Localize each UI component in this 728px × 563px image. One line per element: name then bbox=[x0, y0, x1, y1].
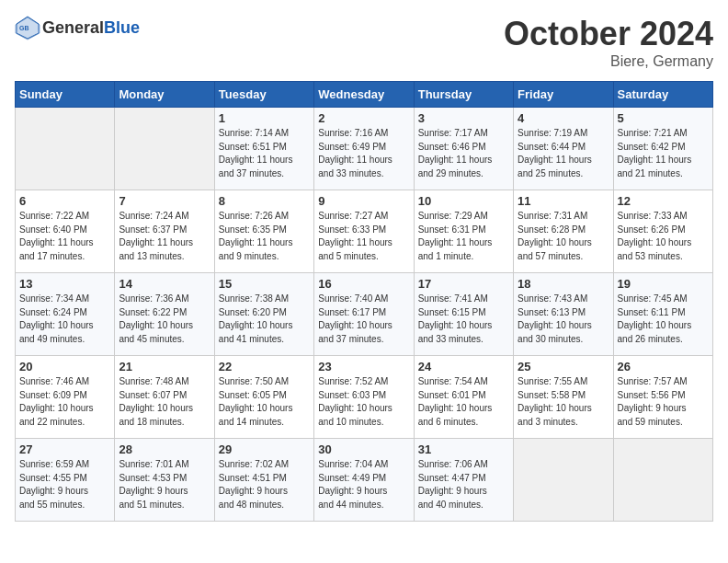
day-number: 31 bbox=[418, 442, 509, 456]
day-info: Sunrise: 7:24 AM Sunset: 6:37 PM Dayligh… bbox=[119, 210, 210, 263]
day-number: 7 bbox=[119, 194, 210, 208]
week-row-2: 13Sunrise: 7:34 AM Sunset: 6:24 PM Dayli… bbox=[16, 273, 713, 356]
header-day-sunday: Sunday bbox=[16, 82, 115, 108]
day-info: Sunrise: 7:54 AM Sunset: 6:01 PM Dayligh… bbox=[418, 375, 509, 429]
day-info: Sunrise: 7:27 AM Sunset: 6:33 PM Dayligh… bbox=[318, 210, 409, 263]
day-number: 14 bbox=[119, 277, 210, 291]
day-info: Sunrise: 7:22 AM Sunset: 6:40 PM Dayligh… bbox=[19, 210, 110, 263]
calendar-cell: 8Sunrise: 7:26 AM Sunset: 6:35 PM Daylig… bbox=[214, 190, 313, 273]
day-info: Sunrise: 7:16 AM Sunset: 6:49 PM Dayligh… bbox=[318, 127, 409, 180]
calendar-cell: 26Sunrise: 7:57 AM Sunset: 5:56 PM Dayli… bbox=[613, 356, 712, 439]
header-row: SundayMondayTuesdayWednesdayThursdayFrid… bbox=[16, 82, 713, 108]
calendar-cell: 27Sunrise: 6:59 AM Sunset: 4:55 PM Dayli… bbox=[16, 439, 115, 522]
header: GB GeneralBlue October 2024 Biere, Germa… bbox=[15, 15, 713, 70]
day-number: 29 bbox=[219, 442, 310, 456]
day-number: 11 bbox=[518, 194, 609, 208]
day-info: Sunrise: 7:38 AM Sunset: 6:20 PM Dayligh… bbox=[219, 293, 310, 346]
week-row-0: 1Sunrise: 7:14 AM Sunset: 6:51 PM Daylig… bbox=[16, 108, 713, 190]
day-info: Sunrise: 7:33 AM Sunset: 6:26 PM Dayligh… bbox=[618, 210, 709, 263]
header-day-friday: Friday bbox=[514, 82, 613, 108]
header-day-wednesday: Wednesday bbox=[314, 82, 414, 108]
logo-icon: GB bbox=[15, 15, 40, 40]
day-number: 26 bbox=[618, 360, 709, 373]
day-number: 13 bbox=[19, 277, 110, 291]
day-info: Sunrise: 7:26 AM Sunset: 6:35 PM Dayligh… bbox=[219, 210, 310, 263]
day-number: 10 bbox=[418, 194, 509, 208]
calendar-cell bbox=[613, 439, 712, 522]
calendar-cell: 17Sunrise: 7:41 AM Sunset: 6:15 PM Dayli… bbox=[414, 273, 513, 356]
week-row-4: 27Sunrise: 6:59 AM Sunset: 4:55 PM Dayli… bbox=[16, 439, 713, 522]
calendar-cell: 22Sunrise: 7:50 AM Sunset: 6:05 PM Dayli… bbox=[214, 356, 313, 439]
day-info: Sunrise: 6:59 AM Sunset: 4:55 PM Dayligh… bbox=[19, 458, 110, 511]
calendar-cell: 5Sunrise: 7:21 AM Sunset: 6:42 PM Daylig… bbox=[613, 108, 712, 190]
day-info: Sunrise: 7:29 AM Sunset: 6:31 PM Dayligh… bbox=[418, 210, 509, 263]
day-number: 8 bbox=[219, 194, 310, 208]
calendar-cell: 14Sunrise: 7:36 AM Sunset: 6:22 PM Dayli… bbox=[115, 273, 214, 356]
day-number: 12 bbox=[618, 194, 709, 208]
calendar-cell bbox=[514, 439, 613, 522]
calendar-cell: 13Sunrise: 7:34 AM Sunset: 6:24 PM Dayli… bbox=[16, 273, 115, 356]
day-info: Sunrise: 7:43 AM Sunset: 6:13 PM Dayligh… bbox=[518, 293, 609, 346]
day-number: 9 bbox=[318, 194, 409, 208]
day-number: 28 bbox=[119, 442, 210, 456]
day-number: 24 bbox=[418, 360, 509, 373]
calendar-cell: 28Sunrise: 7:01 AM Sunset: 4:53 PM Dayli… bbox=[115, 439, 214, 522]
calendar-cell: 7Sunrise: 7:24 AM Sunset: 6:37 PM Daylig… bbox=[115, 190, 214, 273]
day-number: 30 bbox=[318, 442, 409, 456]
logo: GB GeneralBlue bbox=[15, 15, 140, 40]
day-number: 20 bbox=[19, 360, 110, 373]
week-row-3: 20Sunrise: 7:46 AM Sunset: 6:09 PM Dayli… bbox=[16, 356, 713, 439]
day-info: Sunrise: 7:46 AM Sunset: 6:09 PM Dayligh… bbox=[19, 375, 110, 429]
day-info: Sunrise: 7:36 AM Sunset: 6:22 PM Dayligh… bbox=[119, 293, 210, 346]
calendar-cell: 25Sunrise: 7:55 AM Sunset: 5:58 PM Dayli… bbox=[514, 356, 613, 439]
day-number: 15 bbox=[219, 277, 310, 291]
header-day-thursday: Thursday bbox=[414, 82, 513, 108]
header-day-saturday: Saturday bbox=[613, 82, 712, 108]
calendar-cell: 11Sunrise: 7:31 AM Sunset: 6:28 PM Dayli… bbox=[514, 190, 613, 273]
calendar-cell: 23Sunrise: 7:52 AM Sunset: 6:03 PM Dayli… bbox=[314, 356, 414, 439]
calendar-cell: 1Sunrise: 7:14 AM Sunset: 6:51 PM Daylig… bbox=[214, 108, 313, 190]
day-number: 4 bbox=[518, 111, 609, 125]
day-info: Sunrise: 7:21 AM Sunset: 6:42 PM Dayligh… bbox=[618, 127, 709, 180]
calendar-cell: 6Sunrise: 7:22 AM Sunset: 6:40 PM Daylig… bbox=[16, 190, 115, 273]
day-number: 21 bbox=[119, 360, 210, 373]
calendar-cell: 15Sunrise: 7:38 AM Sunset: 6:20 PM Dayli… bbox=[214, 273, 313, 356]
day-info: Sunrise: 7:14 AM Sunset: 6:51 PM Dayligh… bbox=[219, 127, 310, 180]
day-number: 25 bbox=[518, 360, 609, 373]
day-info: Sunrise: 7:17 AM Sunset: 6:46 PM Dayligh… bbox=[418, 127, 509, 180]
calendar-cell: 31Sunrise: 7:06 AM Sunset: 4:47 PM Dayli… bbox=[414, 439, 513, 522]
calendar-cell: 29Sunrise: 7:02 AM Sunset: 4:51 PM Dayli… bbox=[214, 439, 313, 522]
calendar-cell: 21Sunrise: 7:48 AM Sunset: 6:07 PM Dayli… bbox=[115, 356, 214, 439]
day-info: Sunrise: 7:31 AM Sunset: 6:28 PM Dayligh… bbox=[518, 210, 609, 263]
day-info: Sunrise: 7:57 AM Sunset: 5:56 PM Dayligh… bbox=[618, 375, 709, 429]
day-number: 2 bbox=[318, 111, 409, 125]
calendar-cell: 10Sunrise: 7:29 AM Sunset: 6:31 PM Dayli… bbox=[414, 190, 513, 273]
logo-general: General bbox=[42, 18, 104, 37]
calendar-cell: 4Sunrise: 7:19 AM Sunset: 6:44 PM Daylig… bbox=[514, 108, 613, 190]
day-info: Sunrise: 7:34 AM Sunset: 6:24 PM Dayligh… bbox=[19, 293, 110, 346]
day-number: 6 bbox=[19, 194, 110, 208]
location-title: Biere, Germany bbox=[504, 53, 713, 70]
calendar-cell: 16Sunrise: 7:40 AM Sunset: 6:17 PM Dayli… bbox=[314, 273, 414, 356]
header-day-tuesday: Tuesday bbox=[214, 82, 313, 108]
day-info: Sunrise: 7:06 AM Sunset: 4:47 PM Dayligh… bbox=[418, 458, 509, 511]
logo-blue: Blue bbox=[104, 18, 140, 37]
day-number: 3 bbox=[418, 111, 509, 125]
logo-text: GeneralBlue bbox=[42, 18, 140, 38]
header-day-monday: Monday bbox=[115, 82, 214, 108]
week-row-1: 6Sunrise: 7:22 AM Sunset: 6:40 PM Daylig… bbox=[16, 190, 713, 273]
day-number: 22 bbox=[219, 360, 310, 373]
day-number: 1 bbox=[219, 111, 310, 125]
day-number: 27 bbox=[19, 442, 110, 456]
day-number: 5 bbox=[618, 111, 709, 125]
day-info: Sunrise: 7:48 AM Sunset: 6:07 PM Dayligh… bbox=[119, 375, 210, 429]
calendar-cell: 24Sunrise: 7:54 AM Sunset: 6:01 PM Dayli… bbox=[414, 356, 513, 439]
day-number: 23 bbox=[318, 360, 409, 373]
day-info: Sunrise: 7:50 AM Sunset: 6:05 PM Dayligh… bbox=[219, 375, 310, 429]
title-area: October 2024 Biere, Germany bbox=[504, 15, 713, 70]
calendar-cell: 3Sunrise: 7:17 AM Sunset: 6:46 PM Daylig… bbox=[414, 108, 513, 190]
calendar-cell: 2Sunrise: 7:16 AM Sunset: 6:49 PM Daylig… bbox=[314, 108, 414, 190]
calendar-cell: 30Sunrise: 7:04 AM Sunset: 4:49 PM Dayli… bbox=[314, 439, 414, 522]
day-number: 18 bbox=[518, 277, 609, 291]
day-info: Sunrise: 7:52 AM Sunset: 6:03 PM Dayligh… bbox=[318, 375, 409, 429]
